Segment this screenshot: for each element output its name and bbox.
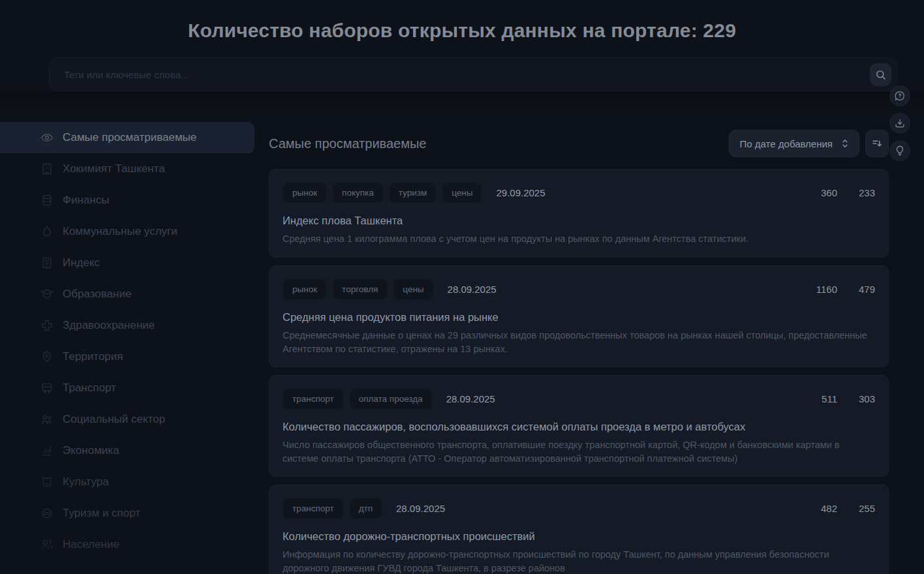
sidebar-item-label: Коммунальные услуги <box>63 225 177 238</box>
question-bubble-icon <box>894 90 906 102</box>
card-title: Индекс плова Ташкента <box>283 215 875 227</box>
sidebar-item-label: Здравоохранение <box>63 319 155 332</box>
views-count: 360 <box>818 187 837 198</box>
map-pin-icon <box>40 350 54 363</box>
chevron-up-down-icon <box>840 138 850 149</box>
dataset-card[interactable]: транспорт оплата проезда 28.09.2025 511 … <box>269 375 889 477</box>
views-count: 482 <box>818 503 837 514</box>
index-document-icon <box>40 256 54 269</box>
lightbulb-icon <box>894 145 906 157</box>
sidebar-item-utilities[interactable]: Коммунальные услуги <box>0 216 254 247</box>
help-button[interactable] <box>889 85 910 106</box>
card-stats: 360 233 <box>818 187 875 198</box>
sidebar-item-label: Финансы <box>63 194 109 207</box>
page-title: Количество наборов открытых данных на по… <box>0 20 924 42</box>
sidebar-item-label: Туризм и спорт <box>63 507 140 520</box>
card-meta-row: рынок торговля цены 28.09.2025 1160 479 <box>283 279 875 300</box>
sidebar-item-most-viewed[interactable]: Самые просматриваемые <box>0 122 254 153</box>
views-count: 511 <box>818 393 837 404</box>
tag-chip[interactable]: дтп <box>349 498 382 519</box>
tag-chip[interactable]: туризм <box>389 182 437 204</box>
sort-order-button[interactable] <box>865 130 889 157</box>
sidebar-item-health[interactable]: Здравоохранение <box>0 310 254 341</box>
sidebar-item-khokimiyat[interactable]: Хокимият Ташкента <box>0 153 254 185</box>
sidebar-item-territory[interactable]: Территория <box>0 341 254 372</box>
search-bar <box>49 57 897 91</box>
sidebar-item-label: Территория <box>63 350 123 363</box>
tag-chip[interactable]: рынок <box>283 182 327 204</box>
downloads-count: 303 <box>855 393 875 404</box>
sidebar-item-population[interactable]: Население <box>0 529 254 560</box>
sidebar-item-label: Самые просматриваемые <box>63 131 196 144</box>
sidebar-item-label: Образование <box>63 288 131 301</box>
social-icon <box>40 413 54 426</box>
health-cross-icon <box>40 319 54 332</box>
card-meta-row: транспорт оплата проезда 28.09.2025 511 … <box>283 388 875 410</box>
sort-dropdown-label: По дате добавления <box>740 138 833 149</box>
tag-chip[interactable]: цены <box>442 182 482 204</box>
card-date: 28.09.2025 <box>448 284 497 295</box>
sidebar-item-label: Социальный сектор <box>63 413 165 426</box>
people-icon <box>40 538 54 551</box>
chart-icon <box>40 444 54 457</box>
card-title: Средняя цена продуктов питания на рынке <box>283 311 875 324</box>
card-stats: 511 303 <box>818 393 875 404</box>
card-title: Количество дорожно-транспортных происшес… <box>283 530 875 543</box>
sidebar-item-label: Население <box>63 538 119 551</box>
tag-chip[interactable]: оплата проезда <box>349 388 433 410</box>
downloads-count: 255 <box>855 503 875 514</box>
sidebar-item-transport[interactable]: Транспорт <box>0 372 254 404</box>
dataset-card-list: рынок покупка туризм цены 29.09.2025 360… <box>269 169 889 574</box>
sidebar-item-education[interactable]: Образование <box>0 279 254 310</box>
card-date: 28.09.2025 <box>446 393 495 404</box>
sidebar-item-finance[interactable]: Финансы <box>0 185 254 216</box>
idea-button[interactable] <box>889 140 910 161</box>
download-button[interactable] <box>889 113 910 134</box>
tag-chip[interactable]: транспорт <box>283 498 344 519</box>
downloads-count: 479 <box>855 284 875 295</box>
dataset-card[interactable]: рынок покупка туризм цены 29.09.2025 360… <box>269 169 889 258</box>
sidebar-item-economy[interactable]: Экономика <box>0 435 254 466</box>
card-date: 29.09.2025 <box>496 187 545 198</box>
tag-chip[interactable]: торговля <box>332 279 388 300</box>
coins-icon <box>40 194 54 207</box>
section-heading: Самые просматриваемые <box>269 136 729 151</box>
download-icon <box>894 117 906 129</box>
dataset-card[interactable]: транспорт дтп 28.09.2025 482 255 Количес… <box>269 485 889 574</box>
tag-chip[interactable]: покупка <box>332 182 384 204</box>
card-stats: 482 255 <box>818 503 875 514</box>
utilities-icon <box>40 225 54 238</box>
sort-dropdown[interactable]: По дате добавления <box>729 130 859 157</box>
downloads-count: 233 <box>855 187 875 198</box>
sidebar-item-index[interactable]: Индекс <box>0 247 254 279</box>
education-icon <box>40 288 54 301</box>
eye-icon <box>40 131 54 144</box>
tag-chip[interactable]: транспорт <box>283 388 344 410</box>
views-count: 1160 <box>816 284 837 295</box>
dataset-card[interactable]: рынок торговля цены 28.09.2025 1160 479 … <box>269 265 889 367</box>
card-date: 28.09.2025 <box>396 503 445 514</box>
ball-icon <box>40 507 54 520</box>
sidebar-item-label: Транспорт <box>63 382 116 395</box>
sidebar-item-culture[interactable]: Культура <box>0 466 254 498</box>
sidebar-item-label: Культура <box>63 476 109 489</box>
sidebar-item-label: Экономика <box>63 444 119 457</box>
search-section-shadow <box>0 92 924 110</box>
sidebar-item-social[interactable]: Социальный сектор <box>0 404 254 435</box>
card-meta-row: рынок покупка туризм цены 29.09.2025 360… <box>283 182 875 204</box>
card-description: Средняя цена 1 килограмма плова с учетом… <box>283 232 873 246</box>
card-meta-row: транспорт дтп 28.09.2025 482 255 <box>283 498 875 519</box>
search-input[interactable] <box>64 69 870 80</box>
bus-icon <box>40 382 54 395</box>
tag-chip[interactable]: рынок <box>283 279 327 300</box>
floating-action-buttons <box>889 85 910 161</box>
content-header: Самые просматриваемые По дате добавления <box>269 129 889 158</box>
search-button[interactable] <box>870 63 891 86</box>
card-description: Среднемесячные данные о ценах на 29 разл… <box>283 329 873 356</box>
tag-chip[interactable]: цены <box>393 279 433 300</box>
card-stats: 1160 479 <box>816 284 875 295</box>
sidebar-item-tourism-sport[interactable]: Туризм и спорт <box>0 498 254 529</box>
search-icon <box>875 69 886 80</box>
main-content: Самые просматриваемые По дате добавления… <box>269 129 889 574</box>
sort-descending-icon <box>871 138 883 149</box>
